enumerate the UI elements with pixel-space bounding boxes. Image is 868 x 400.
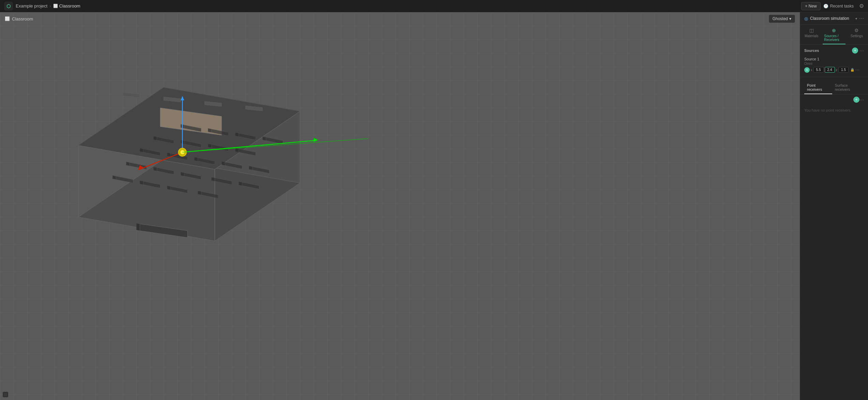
svg-marker-13 — [113, 175, 116, 180]
simulation-more-icon[interactable]: ⋯ — [859, 16, 864, 21]
viewport-toolbar: ⬜ Classroom Ghosted ▾ — [0, 12, 800, 25]
svg-marker-37 — [222, 161, 225, 166]
settings-icon[interactable]: ⚙ — [859, 3, 864, 9]
source-1-type: Omni — [804, 62, 864, 66]
sources-title: Sources — [804, 48, 851, 53]
svg-marker-25 — [181, 172, 184, 176]
receivers-section-header: + ⋯ — [800, 95, 868, 104]
sources-receivers-icon: ⊕ — [832, 28, 836, 33]
svg-marker-57 — [136, 223, 140, 231]
settings-tab-icon: ⚙ — [854, 28, 859, 33]
viewport-scene-label: ⬜ Classroom — [5, 16, 33, 22]
breadcrumb: Example project › ⬜ Classroom — [16, 3, 80, 9]
svg-marker-17 — [167, 186, 170, 190]
empty-receivers-message: You have no point receivers. — [800, 104, 868, 116]
tab-surface-receivers[interactable]: Surface receivers — [832, 82, 864, 94]
z-label: z — [836, 68, 838, 72]
sources-section-header: Sources + ⋯ — [800, 45, 868, 55]
svg-marker-53 — [235, 132, 239, 137]
svg-marker-15 — [140, 181, 143, 185]
tab-sources-receivers[interactable]: ⊕ Sources / Receivers — [823, 25, 845, 44]
tab-settings[interactable]: ⚙ Settings — [845, 25, 868, 44]
scene-container — [0, 12, 800, 400]
classroom-3d-scene — [10, 19, 368, 275]
panel-tabs: ◫ Materials ⊕ Sources / Receivers ⚙ Sett… — [800, 25, 868, 45]
app-logo: ⬡ — [4, 2, 13, 11]
svg-marker-21 — [126, 162, 130, 166]
svg-marker-23 — [153, 167, 157, 171]
simulation-icon: ◎ — [804, 16, 808, 21]
scene-name: ⬜ Classroom — [53, 3, 80, 9]
recent-tasks-button[interactable]: 🕐 Recent tasks — [823, 4, 854, 9]
source-1-name: Source 1 — [804, 57, 864, 61]
simulation-dropdown-icon[interactable]: ▾ — [855, 17, 857, 20]
source-y-input[interactable] — [825, 67, 835, 73]
bottom-indicator: □ — [3, 392, 8, 397]
lock-icon[interactable]: 🔒 — [850, 68, 854, 72]
add-receiver-button[interactable]: + — [853, 97, 859, 103]
right-panel: ◎ Classroom simulation ▾ ⋯ ◫ Materials ⊕… — [800, 12, 868, 400]
tab-point-receivers[interactable]: Point receivers — [804, 82, 832, 94]
receivers-more-button[interactable]: ⋯ — [859, 97, 864, 102]
svg-marker-19 — [198, 191, 201, 195]
svg-marker-8 — [123, 92, 140, 98]
svg-marker-47 — [235, 148, 239, 152]
panel-content: Sources + ⋯ Source 1 Omni 1 x z — [800, 45, 868, 400]
sources-more-button[interactable]: ⋯ — [859, 48, 864, 53]
ghosted-button[interactable]: Ghosted ▾ — [769, 15, 795, 23]
source-1-coords: 1 x z 🔒 ⋯ — [804, 67, 864, 73]
project-name[interactable]: Example project — [16, 3, 47, 9]
section-divider — [800, 77, 868, 77]
svg-marker-51 — [208, 128, 211, 132]
tab-materials[interactable]: ◫ Materials — [800, 25, 823, 44]
topbar: ⬡ Example project › ⬜ Classroom + New 🕐 … — [0, 0, 868, 12]
svg-marker-33 — [167, 153, 170, 157]
3d-viewport[interactable]: ⬜ Classroom Ghosted ▾ — [0, 12, 800, 400]
x-label: x — [811, 68, 812, 72]
simulation-title: Classroom simulation — [810, 16, 853, 21]
source-1-dot[interactable]: 1 — [804, 67, 810, 73]
new-button[interactable]: + New — [801, 2, 820, 10]
simulation-header: ◎ Classroom simulation ▾ ⋯ — [800, 12, 868, 25]
svg-marker-61 — [314, 138, 318, 142]
cube-icon: ⬜ — [5, 16, 10, 21]
main-layout: ⬜ Classroom Ghosted ▾ — [0, 12, 868, 400]
source-item-1: Source 1 Omni 1 x z 🔒 ⋯ — [800, 55, 868, 75]
svg-marker-27 — [211, 177, 215, 181]
add-source-button[interactable]: + — [852, 47, 858, 54]
materials-icon: ◫ — [809, 28, 814, 33]
scene-icon: ⬜ — [53, 4, 58, 8]
svg-marker-35 — [194, 157, 198, 161]
source-more-button[interactable]: ⋯ — [855, 68, 859, 72]
svg-marker-29 — [239, 182, 242, 186]
breadcrumb-separator: › — [49, 3, 51, 9]
svg-marker-31 — [140, 148, 143, 152]
receivers-tabs: Point receivers Surface receivers — [800, 79, 868, 95]
source-z-input[interactable] — [838, 67, 849, 73]
svg-marker-39 — [249, 166, 252, 170]
source-x-input[interactable] — [813, 67, 824, 73]
svg-marker-55 — [263, 137, 266, 141]
clock-icon: 🕐 — [823, 4, 828, 9]
svg-marker-41 — [153, 136, 157, 140]
svg-marker-45 — [208, 144, 211, 148]
